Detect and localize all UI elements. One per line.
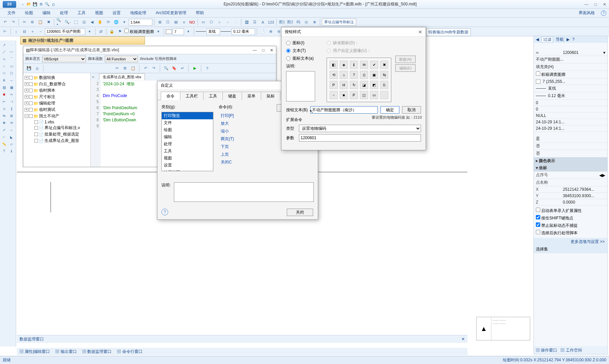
tree-item[interactable]: −📁国土不动产 [25,113,89,119]
icon-picker-item[interactable]: ◫ [360,91,368,99]
side-mirror-icon[interactable]: ⇋ [1,113,7,119]
side-measure-icon[interactable]: 📏 [1,141,7,147]
menu-view[interactable]: 视图 [90,9,108,17]
customize-tab[interactable]: 工具栏 [180,92,204,100]
overview-map[interactable]: ▲ —— ———— —— [476,317,530,340]
rp-code-dropdown-icon[interactable]: ▾ [603,50,605,55]
side-extend-icon[interactable]: ⊢ [1,98,7,104]
doc-icon[interactable]: 📄 [259,28,266,35]
dropdown-icon[interactable]: ▾ [86,28,93,35]
radio-icon-only[interactable] [286,41,291,45]
script-copy-icon[interactable]: ⧉ [121,65,129,72]
customize-tab[interactable]: 工具 [203,92,223,100]
rp-selection-set[interactable]: 选择集 [536,246,548,252]
icon-picker-item[interactable]: ? [350,71,358,79]
data-monitor-close-icon[interactable]: ✕ [461,337,465,341]
side-arrow-icon[interactable]: ↗ [1,42,7,48]
tab-output[interactable]: ▤ 输出窗口 [55,349,77,355]
side-chamfer-icon[interactable]: ◣ [8,134,15,140]
image-icon[interactable]: 🖼 [243,19,250,26]
icon-picker-grid[interactable]: ◧◈ℹ✉✔✖⟲⌂?⎙▣⇆PH↻◪◩⎘▫■P◫▭ [327,58,391,102]
side-area-icon[interactable]: ▱ [8,141,15,147]
menu-arcsde[interactable]: ArcSDE更新管理 [151,9,191,17]
radio-text-only[interactable] [286,49,291,53]
side-move-icon[interactable]: ✥ [1,120,7,126]
rp-seq-prev-icon[interactable]: ◀ [599,173,602,178]
tab-prop-edit[interactable]: ▤ 属性|编辑窗口 [20,349,50,355]
icon-picker-item[interactable]: ◧ [330,61,338,69]
line-weight-input[interactable] [232,28,255,35]
select-line-icon[interactable]: ⟋ [224,19,231,26]
paste-icon[interactable]: 📋 [37,19,44,26]
script-close-button[interactable]: ✕ [270,48,273,53]
icon-picker-item[interactable]: ▣ [370,71,378,79]
icon-picker-item[interactable]: ⇆ [380,71,388,79]
rp-code-value[interactable]: 1200601 [563,50,603,55]
minimize-button[interactable]: — [584,2,588,7]
zoom-extent-icon[interactable]: ⊡ [80,19,88,26]
zoom-in-icon[interactable]: 🔍+ [56,19,63,26]
script-help-icon[interactable]: ? [204,65,211,72]
icon-picker-item[interactable]: ⟲ [330,71,338,79]
side-break-icon[interactable]: ⊣ [8,98,15,104]
side-text-icon[interactable]: A [1,77,7,83]
category-item[interactable]: 工具 [162,148,213,155]
tree-item[interactable]: 📄1.vbs [25,119,89,125]
save-icon[interactable]: 💾 [32,2,38,7]
category-item[interactable]: 编辑 [162,133,213,141]
tree-item[interactable]: +📁临时脚本 [25,87,89,94]
command-item[interactable]: 关闭C [219,158,271,166]
command-item[interactable]: 打印[P] [219,112,271,120]
bsd-type-select[interactable]: 设置地物编码 [299,125,421,132]
spin-dropdown-icon[interactable]: ▾ [185,28,192,35]
category-listbox[interactable]: 打印预览文件绘图编辑处理工具视图设置地模处理ArcSDE更新管理帮助 [161,112,213,171]
menu-tools[interactable]: 工具 [73,9,90,17]
spin-value[interactable] [173,28,184,35]
globe-icon[interactable]: 🌐 [113,19,120,26]
redo-icon[interactable]: ↷ [9,19,17,26]
zoom-window-icon[interactable]: ⛶ [72,19,80,26]
rp-more-button[interactable]: 更多选项与设置 >> [534,238,607,246]
scale-input[interactable] [129,19,152,26]
rp-section-color[interactable]: ▸ 颜色表示 [534,157,607,164]
pic2-icon[interactable]: 图2 [286,19,294,26]
icon-picker-item[interactable]: ✉ [360,61,368,69]
bsd-param-input[interactable] [299,134,421,142]
rp-section-coord[interactable]: ▾ 坐标 [534,164,607,172]
add-icon[interactable]: ＋ [29,28,36,35]
icon-picker-item[interactable]: ↻ [350,81,358,89]
icon-picker-item[interactable]: ✔ [370,61,378,69]
output-mdb-button[interactable]: 转换输出mdb专题数据 [426,28,471,36]
script-print-icon[interactable]: ⎙ [33,65,41,72]
rp-filter-button[interactable]: 过滤 [542,36,553,43]
grid-icon[interactable]: ⊞ [156,19,163,26]
command-listbox[interactable]: 打印[P]放大缩小两页(T)下页上页关闭C [219,112,271,171]
copy-icon[interactable]: ⧉ [29,19,36,26]
menu-edit[interactable]: 编辑 [38,9,55,17]
undo-icon[interactable]: ↶ [1,19,9,26]
overlay-icon[interactable]: ⊕ [311,19,318,26]
select-rect-icon[interactable]: ▭ [200,19,207,26]
icon-picker-item[interactable]: ◈ [340,61,348,69]
sort-icon[interactable]: ↕ [12,28,20,35]
icon-picker-item[interactable]: ⎙ [360,71,368,79]
command-item[interactable]: 上页 [219,151,271,158]
merge-icon[interactable]: ⊕ [267,28,274,35]
print-icon[interactable]: ⎙ [51,2,56,7]
tree-item[interactable]: 📄生成界址点表_图形 [25,138,89,144]
menu-process[interactable]: 处理 [55,9,73,17]
menu-help[interactable]: 帮助 [191,9,209,17]
side-stretch-icon[interactable]: ↔ [8,127,15,133]
rp-z-value[interactable]: 0.0000 [563,200,605,205]
side-dim-icon[interactable]: ↔ [8,77,15,83]
menu-file[interactable]: 文件 [3,9,20,17]
category-item[interactable]: 设置 [162,162,213,169]
zoom-refresh-icon[interactable]: ⟳ [104,19,112,26]
side-curve-icon[interactable]: ∿ [1,56,7,62]
customize-close-button[interactable]: 关闭 [287,209,313,216]
tree-item[interactable]: +📁临时测试 [25,107,89,113]
rp-help-icon[interactable]: ? [572,37,575,42]
script-maximize-button[interactable]: □ [262,48,265,53]
layer2-icon[interactable]: ☰ [251,19,258,26]
script-paste-icon[interactable]: 📋 [129,65,137,72]
